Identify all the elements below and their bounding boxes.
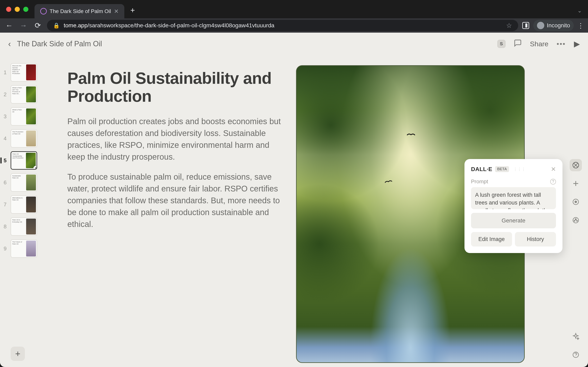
slide-heading[interactable]: Palm Oil Sustainability and Production xyxy=(67,69,282,105)
slide-thumbnail[interactable]: 3What is Palm Oil xyxy=(2,107,41,125)
help-button[interactable] xyxy=(570,349,582,361)
close-window-button[interactable] xyxy=(6,7,11,12)
address-bar[interactable]: 🔒 tome.app/sarahsworkspace/the-dark-side… xyxy=(47,20,518,31)
comment-icon[interactable] xyxy=(514,39,522,49)
tabs-dropdown-icon[interactable]: ⌄ xyxy=(577,8,582,14)
svg-point-6 xyxy=(577,220,578,221)
bottom-right-rail xyxy=(568,330,584,361)
thumb-title: What is Palm Oil xyxy=(12,109,24,113)
thumb-title: Palm Oil in Everyday Life xyxy=(12,219,24,223)
reload-button[interactable]: ⟳ xyxy=(33,21,43,30)
slide-thumbnail[interactable]: 2What is Palm Oil? The Process of Palm O… xyxy=(2,85,41,104)
incognito-label: Incognito xyxy=(547,22,570,29)
bird-icon xyxy=(407,133,415,137)
incognito-badge[interactable]: Incognito xyxy=(533,20,574,31)
slide-number: 2 xyxy=(2,91,8,98)
slide-number: 3 xyxy=(2,113,8,120)
ai-tool-button[interactable] xyxy=(570,159,582,171)
slide-thumb-preview[interactable]: Palm Oil in Everyday Life xyxy=(11,217,37,236)
sparkle-button[interactable] xyxy=(570,330,582,342)
slide-thumb-preview[interactable]: Discover the harmful impacts of Palm Oil… xyxy=(11,63,37,82)
slide-thumbnail[interactable]: 7Alternatives to Palm Oil xyxy=(2,195,41,214)
tab-title: The Dark Side of Palm Oil xyxy=(50,8,111,15)
lock-icon: 🔒 xyxy=(53,22,60,29)
back-chevron-icon[interactable]: ‹ xyxy=(8,39,11,49)
slide-thumb-preview[interactable]: The Production of Palm Oil xyxy=(11,129,37,148)
share-button[interactable]: Share xyxy=(530,40,549,48)
back-button[interactable]: ← xyxy=(4,21,14,30)
help-icon[interactable]: ? xyxy=(550,179,556,184)
prompt-label: Prompt xyxy=(471,178,488,185)
slide-paragraph-1[interactable]: Palm oil production creates jobs and boo… xyxy=(67,115,282,163)
incognito-icon xyxy=(537,22,544,29)
active-slide-indicator xyxy=(0,157,2,164)
prompt-input[interactable]: A lush green forest with tall trees and … xyxy=(471,187,556,209)
right-tool-rail xyxy=(568,159,584,226)
traffic-lights xyxy=(6,7,28,12)
history-button[interactable]: History xyxy=(515,232,556,247)
dalle-header: DALL·E BETA ⋮⋮⋮ ✕ xyxy=(471,166,556,173)
record-button[interactable] xyxy=(570,196,582,208)
add-block-button[interactable] xyxy=(570,177,582,190)
more-menu-icon[interactable]: ••• xyxy=(557,40,566,48)
slide-thumb-preview[interactable]: Palm Oil Sustainability and ProductionS xyxy=(11,151,37,170)
slide-number: 9 xyxy=(2,245,8,252)
slide-number: 7 xyxy=(2,201,8,208)
thumb-image xyxy=(26,175,36,191)
forward-button[interactable]: → xyxy=(18,21,29,30)
theme-button[interactable] xyxy=(570,214,582,226)
browser-toolbar: ← → ⟳ 🔒 tome.app/sarahsworkspace/the-dar… xyxy=(0,18,588,33)
slide-number: 8 xyxy=(2,224,8,230)
close-tab-icon[interactable]: ✕ xyxy=(114,8,119,15)
new-tab-button[interactable]: + xyxy=(130,6,135,15)
tome-app: ‹ The Dark Side of Palm Oil S Share ••• … xyxy=(0,33,588,367)
beta-badge: BETA xyxy=(495,166,509,172)
slide-thumb-preview[interactable]: Sustainable Palm Oil xyxy=(11,173,37,192)
thumb-title: Sustainable Palm Oil xyxy=(12,175,24,179)
side-panel-icon[interactable] xyxy=(522,22,529,29)
thumb-image xyxy=(26,64,36,80)
close-panel-icon[interactable]: ✕ xyxy=(551,166,556,173)
slide-thumb-preview[interactable]: What is Palm Oil? The Process of Palm Oi… xyxy=(11,85,37,104)
dalle-panel: DALL·E BETA ⋮⋮⋮ ✕ Prompt ? A lush green … xyxy=(465,159,562,253)
slide-thumb-preview[interactable]: The Future of Palm Oil xyxy=(11,239,37,258)
minimize-window-button[interactable] xyxy=(15,7,20,12)
url-text: tome.app/sarahsworkspace/the-dark-side-o… xyxy=(64,22,274,29)
slide-thumb-preview[interactable]: What is Palm Oil xyxy=(11,107,37,125)
browser-menu-icon[interactable]: ⋯ xyxy=(577,22,585,29)
thumb-image xyxy=(26,108,36,124)
slide-number: 1 xyxy=(2,69,8,76)
slide-thumbnail[interactable]: 5Palm Oil Sustainability and ProductionS xyxy=(2,151,41,170)
present-button[interactable]: ▶ xyxy=(574,39,580,48)
slide-paragraph-2[interactable]: To produce sustainable palm oil, reduce … xyxy=(67,171,282,230)
topbar-actions: S Share ••• ▶ xyxy=(497,39,580,49)
slide-thumbnail[interactable]: 6Sustainable Palm Oil xyxy=(2,173,41,192)
user-avatar[interactable]: S xyxy=(497,40,506,48)
slide-thumb-preview[interactable]: Alternatives to Palm Oil xyxy=(11,195,37,214)
bookmark-star-icon[interactable]: ☆ xyxy=(506,22,512,29)
edit-image-button[interactable]: Edit Image xyxy=(471,232,512,247)
tab-favicon-icon xyxy=(40,8,47,15)
thumb-image xyxy=(26,131,36,146)
slide-thumbnail[interactable]: 9The Future of Palm Oil xyxy=(2,239,41,258)
document-title[interactable]: The Dark Side of Palm Oil xyxy=(17,40,102,48)
slide-thumbnail[interactable]: 4The Production of Palm Oil xyxy=(2,129,41,148)
slide-thumbnail[interactable]: 8Palm Oil in Everyday Life xyxy=(2,217,41,236)
slide-user-badge: S xyxy=(33,166,37,170)
maximize-window-button[interactable] xyxy=(23,7,28,12)
svg-point-4 xyxy=(575,219,576,220)
drag-handle-icon[interactable]: ⋮⋮⋮ xyxy=(513,167,526,171)
thumb-image xyxy=(26,197,36,212)
slide-thumbnail[interactable]: 1Discover the harmful impacts of Palm Oi… xyxy=(2,63,41,82)
thumb-title: The Future of Palm Oil xyxy=(12,241,24,245)
macos-titlebar: The Dark Side of Palm Oil ✕ + ⌄ xyxy=(0,0,588,18)
thumb-title: Alternatives to Palm Oil xyxy=(12,197,24,201)
generate-button[interactable]: Generate xyxy=(471,213,556,228)
thumb-image xyxy=(26,241,36,257)
app-topbar: ‹ The Dark Side of Palm Oil S Share ••• … xyxy=(0,33,588,55)
add-slide-button[interactable]: + xyxy=(11,347,25,361)
thumb-title: What is Palm Oil? The Process of Palm Oi… xyxy=(12,87,24,95)
slides-sidebar: 1Discover the harmful impacts of Palm Oi… xyxy=(2,61,41,363)
thumb-image xyxy=(26,153,36,168)
browser-tab-active[interactable]: The Dark Side of Palm Oil ✕ xyxy=(35,4,124,18)
